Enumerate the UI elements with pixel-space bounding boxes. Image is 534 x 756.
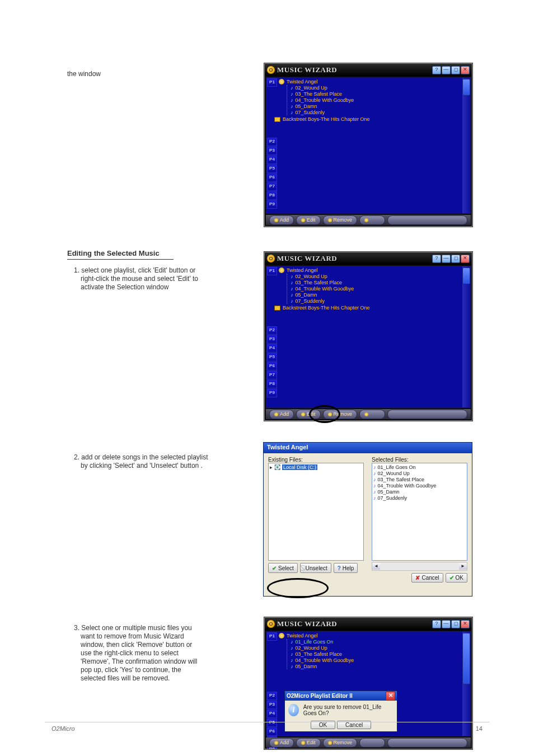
note-icon: ♪ bbox=[291, 97, 293, 103]
other-album[interactable]: Backstreet Boys-The Hits Chapter One bbox=[274, 116, 459, 122]
maximize-button[interactable]: ◻ bbox=[451, 66, 460, 74]
ok-button[interactable]: ✔OK bbox=[446, 573, 467, 583]
window-body: P1 P2 P3 P4 P5 P6 P7 P8 P9 Twisted Angel… bbox=[266, 266, 471, 408]
playlist-root[interactable]: Twisted Angel bbox=[279, 633, 459, 638]
playlist-root[interactable]: Twisted Angel bbox=[279, 79, 459, 84]
slot-p1[interactable]: P1 bbox=[267, 632, 277, 641]
slot-p6[interactable]: P6 bbox=[267, 727, 277, 736]
track-item[interactable]: ♪02_Wound Up bbox=[291, 85, 459, 91]
playlist-root[interactable]: Twisted Angel bbox=[279, 267, 459, 273]
slot-p5[interactable]: P5 bbox=[267, 719, 277, 727]
selected-files-pane[interactable]: ♪01_Life Goes On ♪02_Wound Up ♪03_The Sa… bbox=[372, 463, 467, 561]
add-button[interactable]: Add bbox=[269, 410, 294, 419]
track-item[interactable]: ♪03_The Safest Place bbox=[291, 651, 459, 657]
help-button[interactable]: ?Help bbox=[334, 563, 358, 573]
maximize-button[interactable]: ◻ bbox=[451, 255, 460, 263]
edit-button[interactable]: Edit bbox=[296, 410, 321, 419]
track-item[interactable]: ♪07_Suddenly bbox=[291, 110, 459, 115]
slot-p7[interactable]: P7 bbox=[267, 371, 277, 379]
track-item[interactable]: ♪05_Damn bbox=[291, 292, 459, 298]
list-item[interactable]: ♪07_Suddenly bbox=[373, 495, 466, 501]
slot-p9[interactable]: P9 bbox=[267, 389, 277, 397]
list-item[interactable]: ♪02_Wound Up bbox=[373, 471, 466, 476]
slot-p1[interactable]: P1 bbox=[267, 78, 277, 87]
slot-p2[interactable]: P2 bbox=[267, 326, 277, 335]
add-button[interactable]: Add bbox=[269, 215, 294, 225]
dot-icon bbox=[274, 218, 278, 222]
slot-p6[interactable]: P6 bbox=[267, 173, 277, 182]
extra-button[interactable] bbox=[359, 410, 385, 419]
select-button[interactable]: ✔Select bbox=[268, 563, 298, 573]
track-item[interactable]: ♪04_Trouble With Goodbye bbox=[291, 658, 459, 663]
slot-p1[interactable]: P1 bbox=[267, 267, 277, 275]
slot-p6[interactable]: P6 bbox=[267, 362, 277, 370]
track-item[interactable]: ♪02_Wound Up bbox=[291, 645, 459, 651]
close-button[interactable]: ✕ bbox=[461, 255, 470, 263]
remove-button[interactable]: Remove bbox=[323, 215, 358, 225]
slot-p8[interactable]: P8 bbox=[267, 380, 277, 388]
drive-node[interactable]: ▸ 💽 Local Disk (C:) bbox=[270, 464, 362, 470]
remove-button[interactable]: Remove bbox=[323, 410, 358, 419]
help-button[interactable]: ? bbox=[432, 620, 441, 628]
slot-p3[interactable]: P3 bbox=[267, 335, 277, 344]
scrollbar[interactable] bbox=[462, 78, 470, 213]
other-album[interactable]: Backstreet Boys-The Hits Chapter One bbox=[274, 305, 459, 311]
minimize-button[interactable]: — bbox=[442, 620, 451, 628]
track-item[interactable]: ♪04_Trouble With Goodbye bbox=[291, 286, 459, 292]
close-button[interactable]: ✕ bbox=[461, 620, 470, 628]
track-item[interactable]: ♪03_The Safest Place bbox=[291, 91, 459, 97]
titlebar: O MUSIC WIZARD ? — ◻ ✕ bbox=[265, 252, 472, 265]
scroll-left-icon[interactable]: ◄ bbox=[372, 563, 380, 570]
track-item[interactable]: ♪03_The Safest Place bbox=[291, 280, 459, 285]
minimize-button[interactable]: — bbox=[442, 255, 451, 263]
scrollbar-thumb[interactable] bbox=[462, 79, 470, 96]
list-item[interactable]: ♪03_The Safest Place bbox=[373, 477, 466, 482]
slot-p5[interactable]: P5 bbox=[267, 165, 277, 173]
scrollbar-thumb[interactable] bbox=[462, 633, 470, 684]
h-scrollbar[interactable]: ◄ ► bbox=[372, 562, 467, 571]
slot-p3[interactable]: P3 bbox=[267, 147, 277, 155]
list-item[interactable]: ♪05_Damn bbox=[373, 489, 466, 495]
track-label: 02_Wound Up bbox=[296, 274, 327, 279]
slot-p3[interactable]: P3 bbox=[267, 701, 277, 709]
slot-p5[interactable]: P5 bbox=[267, 353, 277, 361]
slot-p2[interactable]: P2 bbox=[267, 138, 277, 146]
add-button[interactable]: Add bbox=[269, 738, 294, 748]
list-item[interactable]: ♪04_Trouble With Goodbye bbox=[373, 483, 466, 489]
maximize-button[interactable]: ◻ bbox=[451, 620, 460, 628]
scrollbar-thumb[interactable] bbox=[462, 267, 470, 284]
track-item[interactable]: ♪05_Damn bbox=[291, 104, 459, 109]
help-button[interactable]: ? bbox=[432, 255, 441, 263]
slot-p9[interactable]: P9 bbox=[267, 200, 277, 209]
scrollbar[interactable] bbox=[462, 632, 470, 736]
minimize-button[interactable]: — bbox=[442, 66, 451, 74]
help-button[interactable]: ? bbox=[432, 66, 441, 74]
existing-files-pane[interactable]: ▸ 💽 Local Disk (C:) bbox=[268, 463, 364, 561]
close-icon[interactable]: ✕ bbox=[386, 692, 395, 701]
remove-button[interactable]: Remove bbox=[323, 738, 358, 748]
extra-button[interactable] bbox=[359, 738, 385, 748]
track-item[interactable]: ♪02_Wound Up bbox=[291, 274, 459, 279]
track-item[interactable]: ♪07_Suddenly bbox=[291, 298, 459, 304]
slot-p4[interactable]: P4 bbox=[267, 156, 277, 164]
edit-button[interactable]: Edit bbox=[296, 215, 321, 225]
scrollbar[interactable] bbox=[462, 266, 470, 407]
slot-p8[interactable]: P8 bbox=[267, 191, 277, 200]
close-button[interactable]: ✕ bbox=[461, 66, 470, 74]
cancel-button[interactable]: ✘Cancel bbox=[411, 573, 443, 583]
track-item[interactable]: ♪04_Trouble With Goodbye bbox=[291, 97, 459, 103]
scroll-right-icon[interactable]: ► bbox=[459, 563, 467, 570]
folder-icon bbox=[274, 117, 280, 122]
extra-button[interactable] bbox=[359, 215, 385, 225]
note-icon: ♪ bbox=[373, 489, 376, 495]
expand-icon[interactable]: ▸ bbox=[270, 464, 273, 470]
unselect-button[interactable]: ⃠Unselect bbox=[300, 563, 331, 573]
slot-p4[interactable]: P4 bbox=[267, 344, 277, 353]
slot-p4[interactable]: P4 bbox=[267, 710, 277, 718]
slot-p2[interactable]: P2 bbox=[267, 692, 277, 700]
list-item[interactable]: ♪01_Life Goes On bbox=[373, 464, 466, 470]
track-item[interactable]: ♪05_Damn bbox=[291, 664, 459, 669]
slot-p7[interactable]: P7 bbox=[267, 182, 277, 191]
edit-button[interactable]: Edit bbox=[296, 738, 321, 748]
track-item-selected[interactable]: ♪01_Life Goes On bbox=[291, 639, 459, 645]
